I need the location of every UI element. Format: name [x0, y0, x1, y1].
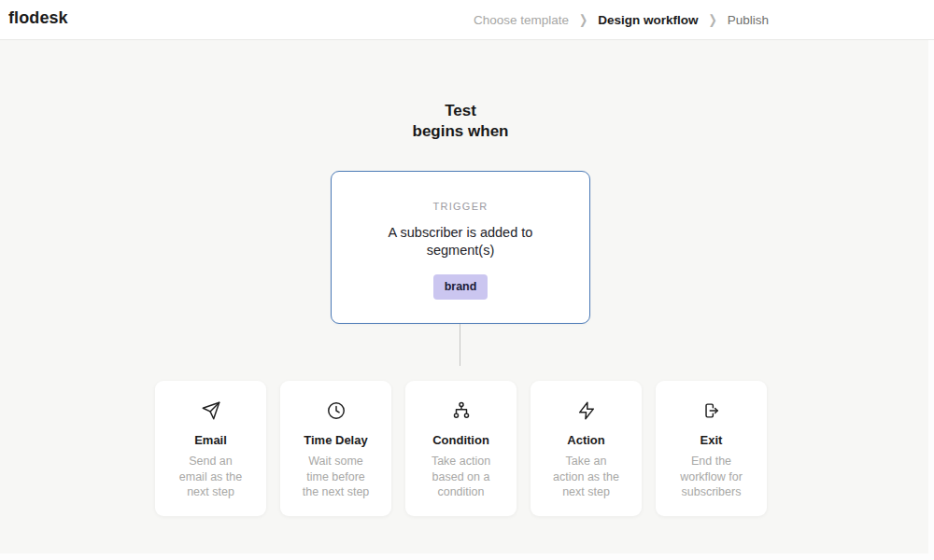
desc-line: next step: [166, 484, 256, 500]
workflow-heading-subtext: begins when: [0, 121, 921, 142]
desc-line: the next step: [291, 484, 381, 500]
trigger-label: TRIGGER: [332, 201, 589, 212]
step-card-email[interactable]: Email Send an email as the next step: [155, 381, 266, 516]
desc-line: workflow for: [667, 469, 757, 485]
condition-branch-icon: [405, 400, 517, 421]
step-title: Email: [155, 433, 266, 447]
step-description: Wait some time before the next step: [291, 454, 381, 500]
step-title: Action: [531, 433, 642, 447]
trigger-card[interactable]: TRIGGER A subscriber is added to segment…: [331, 171, 590, 324]
step-card-action[interactable]: Action Take an action as the next step: [531, 381, 642, 516]
workflow-canvas: Test begins when TRIGGER A subscriber is…: [0, 40, 934, 560]
exit-icon: [656, 400, 767, 421]
desc-line: condition: [417, 484, 506, 500]
flodesk-logo[interactable]: flodesk: [8, 8, 68, 28]
desc-line: Take action: [417, 454, 506, 469]
breadcrumb: Choose template ❯ Design workflow ❯ Publ…: [474, 0, 769, 39]
desc-line: action as the: [542, 469, 631, 485]
step-card-time-delay[interactable]: Time Delay Wait some time before the nex…: [280, 381, 391, 516]
step-description: Take action based on a condition: [417, 454, 506, 500]
scrollbar-track-horizontal[interactable]: [0, 553, 934, 560]
lightning-bolt-icon: [531, 400, 642, 421]
step-title: Exit: [656, 433, 767, 447]
step-title: Condition: [405, 433, 517, 447]
step-card-exit[interactable]: Exit End the workflow for subscribers: [656, 381, 767, 516]
trigger-description-line1: A subscriber is added to: [332, 224, 589, 242]
trigger-description-line2: segment(s): [332, 242, 589, 259]
workflow-name: Test: [0, 101, 921, 121]
step-description: Send an email as the next step: [166, 454, 256, 500]
send-icon: [155, 400, 266, 421]
scrollbar-track-vertical[interactable]: [928, 40, 934, 560]
step-card-condition[interactable]: Condition Take action based on a conditi…: [405, 381, 517, 516]
step-options-row: Email Send an email as the next step Tim…: [155, 381, 767, 516]
breadcrumb-choose-template[interactable]: Choose template: [474, 13, 569, 27]
segment-tag-brand: brand: [433, 274, 488, 300]
breadcrumb-design-workflow[interactable]: Design workflow: [598, 13, 698, 27]
desc-line: next step: [542, 484, 631, 500]
desc-line: email as the: [166, 469, 256, 485]
connector-line: [460, 324, 460, 366]
desc-line: Send an: [166, 454, 256, 469]
chevron-right-icon: ❯: [709, 12, 717, 27]
desc-line: time before: [291, 469, 381, 485]
desc-line: Take an: [542, 454, 631, 469]
trigger-description: A subscriber is added to segment(s): [332, 224, 589, 259]
step-description: End the workflow for subscribers: [667, 454, 757, 500]
top-bar: flodesk Choose template ❯ Design workflo…: [0, 0, 934, 40]
workflow-heading: Test begins when: [0, 101, 921, 142]
breadcrumb-publish[interactable]: Publish: [728, 13, 769, 27]
desc-line: subscribers: [667, 484, 757, 500]
desc-line: Wait some: [291, 454, 381, 469]
desc-line: End the: [667, 454, 757, 469]
desc-line: based on a: [417, 469, 506, 485]
chevron-right-icon: ❯: [579, 12, 587, 27]
step-title: Time Delay: [280, 433, 391, 447]
step-description: Take an action as the next step: [542, 454, 631, 500]
clock-icon: [280, 400, 391, 421]
